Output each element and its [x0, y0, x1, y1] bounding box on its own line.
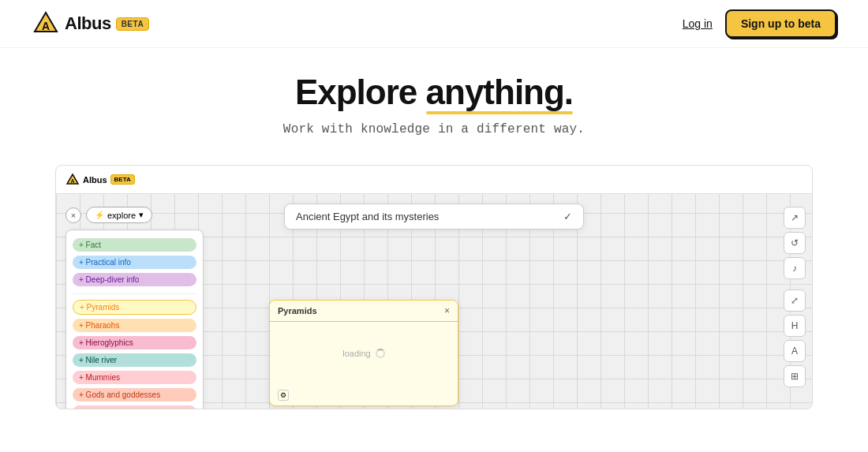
beta-badge: BETA [116, 17, 149, 31]
loading-spinner-icon [376, 349, 385, 358]
grid-icon: ⊞ [791, 371, 799, 382]
logo-text: Albus [65, 13, 111, 34]
tag-deep-diver-info[interactable]: + Deep-diver info [73, 273, 196, 286]
panel-toolbar: × ⚡ explore ▾ [65, 207, 204, 223]
tag-sphinx[interactable]: + Sphinx [73, 405, 196, 409]
hero-title-part1: Explore [295, 73, 426, 111]
preview-logo-icon: A [65, 173, 80, 187]
tag-pyramids[interactable]: + Pyramids [73, 300, 196, 315]
pyramids-card-body: loading [270, 322, 458, 385]
explore-dropdown-icon: ▾ [139, 210, 144, 220]
tag-practical-info[interactable]: + Practical info [73, 256, 196, 269]
tag-mummies[interactable]: + Mummies [73, 371, 196, 384]
hero-subtitle: Work with knowledge in a different way. [16, 122, 852, 136]
loading-indicator: loading [342, 349, 384, 358]
tag-fact[interactable]: + Fact [73, 238, 196, 252]
pyramids-card-title: Pyramids [278, 306, 317, 316]
right-toolbar: ↗ ↺ ♪ ⤢ H A ⊞ [784, 207, 806, 387]
preview-beta-badge: BETA [110, 174, 135, 185]
tag-hieroglyphics[interactable]: + Hieroglyphics [73, 336, 196, 349]
tool-expand-button[interactable]: ⤢ [784, 290, 806, 312]
panel-close-button[interactable]: × [65, 207, 81, 223]
svg-text:A: A [42, 20, 50, 32]
pyramids-card-header: Pyramids × [270, 301, 458, 322]
close-icon: × [71, 211, 76, 220]
refresh-icon: ↺ [791, 237, 799, 248]
tag-gods-goddesses[interactable]: + Gods and goddesses [73, 388, 196, 402]
audio-icon: ♪ [792, 263, 797, 274]
tag-group-1: + Fact + Practical info + Deep-diver inf… [73, 237, 196, 289]
expand-icon: ⤢ [791, 295, 799, 306]
topic-bar[interactable]: Ancient Egypt and its mysteries ✓ [284, 204, 584, 230]
preview-logo: A Albus BETA [65, 173, 135, 187]
explore-label: explore [107, 211, 136, 220]
explore-button[interactable]: ⚡ explore ▾ [86, 207, 152, 223]
logo: A Albus BETA [32, 9, 149, 38]
hero-section: Explore anything. Work with knowledge in… [0, 48, 868, 152]
navbar-actions: Log in Sign up to beta [683, 9, 836, 38]
left-panel: × ⚡ explore ▾ + Fact + Practical info + … [65, 207, 204, 409]
preview-navbar: A Albus BETA [56, 166, 812, 194]
hero-title-highlight: anything. [426, 73, 574, 111]
tags-divider [73, 293, 196, 294]
preview-logo-text: Albus [83, 175, 107, 185]
tool-share-button[interactable]: ↗ [784, 207, 806, 229]
tool-grid-button[interactable]: ⊞ [784, 365, 806, 387]
hero-title: Explore anything. [16, 73, 852, 111]
signup-button[interactable]: Sign up to beta [725, 9, 836, 38]
app-preview: A Albus BETA session timer 00:07 Ancient… [55, 165, 813, 409]
share-icon: ↗ [791, 212, 799, 223]
login-link[interactable]: Log in [683, 17, 713, 30]
logo-icon: A [32, 9, 60, 38]
tool-refresh-button[interactable]: ↺ [784, 232, 806, 254]
toolbar-divider [784, 284, 806, 285]
tool-heading-button[interactable]: H [784, 315, 806, 337]
pyramids-card: Pyramids × loading ⚙ [269, 300, 458, 406]
topic-check-icon: ✓ [563, 211, 572, 222]
pyramids-card-footer: ⚙ [270, 385, 458, 405]
topic-text: Ancient Egypt and its mysteries [296, 211, 439, 222]
tag-group-2: + Pyramids + Pharaohs + Hieroglyphics + … [73, 299, 196, 409]
tool-text-button[interactable]: A [784, 340, 806, 362]
heading-icon: H [791, 320, 799, 331]
pyramids-card-close-icon[interactable]: × [444, 305, 450, 316]
navbar: A Albus BETA Log in Sign up to beta [0, 0, 868, 48]
tag-pharaohs[interactable]: + Pharaohs [73, 319, 196, 332]
pyramids-card-settings-icon[interactable]: ⚙ [278, 390, 289, 401]
explore-icon: ⚡ [95, 211, 104, 219]
tags-panel: + Fact + Practical info + Deep-diver inf… [65, 230, 204, 409]
tag-nile-river[interactable]: + Nile river [73, 353, 196, 367]
svg-text:A: A [70, 178, 74, 184]
tool-audio-button[interactable]: ♪ [784, 257, 806, 279]
text-icon: A [791, 346, 798, 357]
loading-label: loading [342, 349, 370, 358]
